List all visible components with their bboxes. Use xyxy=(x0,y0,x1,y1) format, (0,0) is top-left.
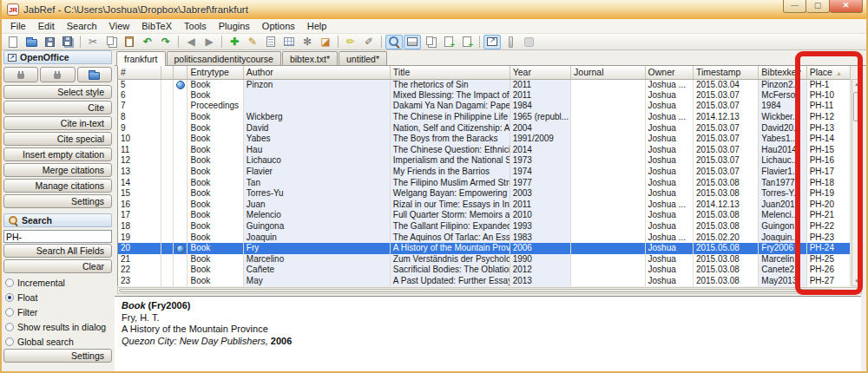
cell-c1[interactable] xyxy=(161,232,174,243)
cell-timestamp[interactable]: 2015.03.08 xyxy=(693,188,758,200)
cell-journal[interactable] xyxy=(571,155,646,167)
search-all-fields-button[interactable]: Search All Fields xyxy=(3,244,112,258)
cell-timestamp[interactable]: 2015.03.08 xyxy=(693,265,758,276)
cell-journal[interactable] xyxy=(571,243,646,254)
cell-place[interactable]: PH-27 xyxy=(806,276,850,287)
cell-place[interactable]: PH-16 xyxy=(806,155,850,167)
cell-title[interactable]: The Filipino Muslim Armed Strug... xyxy=(390,177,510,188)
clear-button[interactable]: Clear xyxy=(3,259,112,273)
cell-author[interactable]: David xyxy=(243,122,390,134)
undo-button[interactable]: ↶ xyxy=(139,35,156,49)
manage-citations-button[interactable]: Manage citations xyxy=(3,179,112,193)
cell-title[interactable]: The Chinese in Philippine Life 1... xyxy=(390,112,510,123)
cell-num[interactable]: 13 xyxy=(118,167,161,178)
cell-journal[interactable] xyxy=(571,79,646,90)
cell-c2[interactable] xyxy=(174,276,187,287)
cell-owner[interactable]: Joshua ... xyxy=(645,79,693,90)
table-row[interactable]: 16BookJuanRizal in our Time: Essays in I… xyxy=(118,200,851,211)
cell-title[interactable]: Imperialism and the National Sit... xyxy=(390,155,510,167)
column-header-place[interactable]: Place▲ xyxy=(806,66,850,79)
cell-title[interactable]: Full Quarter Storm: Memoirs and... xyxy=(390,210,510,221)
cell-entrytype[interactable]: Book xyxy=(187,134,243,145)
cell-author[interactable]: May xyxy=(243,276,390,287)
cell-journal[interactable] xyxy=(571,134,646,145)
cell-journal[interactable] xyxy=(571,221,646,232)
cell-year[interactable]: 2011 xyxy=(510,79,570,90)
menu-options[interactable]: Options xyxy=(256,20,301,32)
scroll-up-icon[interactable]: ▲ xyxy=(852,82,861,87)
cell-timestamp[interactable]: 2015.03.07 xyxy=(693,134,758,145)
cell-journal[interactable] xyxy=(571,265,646,276)
cell-num[interactable]: 11 xyxy=(118,145,161,156)
cell-entrytype[interactable]: Book xyxy=(187,90,243,101)
cell-owner[interactable]: Joshua xyxy=(645,188,693,200)
table-row[interactable]: 19BookJoaquinThe Aquinos Of Tarlac: An E… xyxy=(118,232,851,243)
cell-author[interactable] xyxy=(243,90,390,101)
cell-author[interactable]: Torres-Yu xyxy=(243,188,390,200)
cell-owner[interactable]: Joshua ... xyxy=(645,112,693,123)
select-style-button[interactable]: Select style xyxy=(3,85,112,99)
table-row[interactable]: 5BookPinzonThe rhetorics of Sin2011Joshu… xyxy=(118,79,851,90)
cell-author[interactable]: Marcelino xyxy=(243,254,390,265)
cell-place[interactable]: PH-23 xyxy=(806,232,850,243)
connect-manual-plug-button[interactable] xyxy=(40,67,75,82)
cell-c2[interactable] xyxy=(174,254,187,265)
cell-num[interactable]: 12 xyxy=(118,155,161,167)
cell-c2[interactable] xyxy=(174,265,187,276)
cell-owner[interactable]: Joshua xyxy=(645,145,693,156)
radio-float[interactable]: Float xyxy=(3,290,112,304)
new-database-button[interactable] xyxy=(4,35,22,49)
table-row[interactable]: 11BookHauThe Chinese Question: Ethnicity… xyxy=(118,145,851,156)
openoffice-panel-toggle-button[interactable] xyxy=(483,35,501,49)
cell-journal[interactable] xyxy=(571,167,646,178)
save-all-databases-button[interactable] xyxy=(59,35,76,49)
cell-c1[interactable] xyxy=(161,276,174,287)
insert-empty-citation-button[interactable]: Insert empty citation xyxy=(3,147,112,161)
cell-num[interactable]: 7 xyxy=(118,101,161,112)
table-row[interactable]: 14BookTanThe Filipino Muslim Armed Strug… xyxy=(118,177,851,188)
cell-bibtexkey[interactable]: Hau2014 xyxy=(759,145,806,156)
cell-timestamp[interactable]: 2015.03.08 xyxy=(693,177,758,188)
cell-year[interactable]: 1993 xyxy=(510,221,570,232)
cell-c1[interactable] xyxy=(161,265,174,276)
cell-journal[interactable] xyxy=(571,112,646,123)
cell-journal[interactable] xyxy=(571,200,646,211)
cell-timestamp[interactable]: 2015.03.07 xyxy=(693,90,758,101)
cell-year[interactable]: 2013 xyxy=(510,276,570,287)
table-row[interactable]: 18BookGuingonaThe Gallant Filipino: Expa… xyxy=(118,221,851,232)
cell-year[interactable]: 1974 xyxy=(510,167,570,178)
cell-place[interactable]: PH-18 xyxy=(806,177,850,188)
cell-owner[interactable]: Joshua xyxy=(645,101,693,112)
cell-place[interactable]: PH-17 xyxy=(806,167,850,178)
vertical-scrollbar-thumb[interactable] xyxy=(853,92,860,121)
cell-title[interactable]: A History of the Mountain Province xyxy=(390,243,510,254)
horizontal-scrollbar-thumb[interactable] xyxy=(119,289,832,292)
paste-button[interactable] xyxy=(121,35,138,49)
search-input[interactable] xyxy=(3,230,112,243)
cell-c2[interactable] xyxy=(174,112,187,123)
column-header-title[interactable]: Title xyxy=(390,66,510,79)
cell-author[interactable] xyxy=(243,101,390,112)
cell-owner[interactable]: Joshua ... xyxy=(645,232,693,243)
menu-help[interactable]: Help xyxy=(301,20,333,32)
cut-button[interactable]: ✂ xyxy=(84,35,102,49)
cell-num[interactable]: 14 xyxy=(118,177,161,188)
cell-c2[interactable] xyxy=(174,145,187,156)
column-header-entrytype[interactable]: Entrytype xyxy=(187,66,243,79)
cell-year[interactable]: 2010 xyxy=(510,210,570,221)
cell-place[interactable]: PH-13 xyxy=(806,122,850,134)
table-row[interactable]: 17BookMelencioFull Quarter Storm: Memoir… xyxy=(118,210,851,221)
cell-entrytype[interactable]: Book xyxy=(187,155,243,167)
cell-timestamp[interactable]: 2014.12.13 xyxy=(693,200,758,211)
cell-author[interactable]: Melencio xyxy=(243,210,390,221)
cell-c2[interactable] xyxy=(174,200,187,211)
cell-num[interactable]: 6 xyxy=(118,90,161,101)
cell-c2[interactable] xyxy=(174,177,187,188)
menu-search[interactable]: Search xyxy=(61,20,103,32)
cell-entrytype[interactable]: Book xyxy=(187,221,243,232)
cell-c2[interactable] xyxy=(174,155,187,167)
menu-bibtex[interactable]: BibTeX xyxy=(135,20,178,32)
tab-frankfurt[interactable]: frankfurt xyxy=(116,51,166,66)
cell-c1[interactable] xyxy=(161,122,174,134)
cell-c1[interactable] xyxy=(161,200,174,211)
